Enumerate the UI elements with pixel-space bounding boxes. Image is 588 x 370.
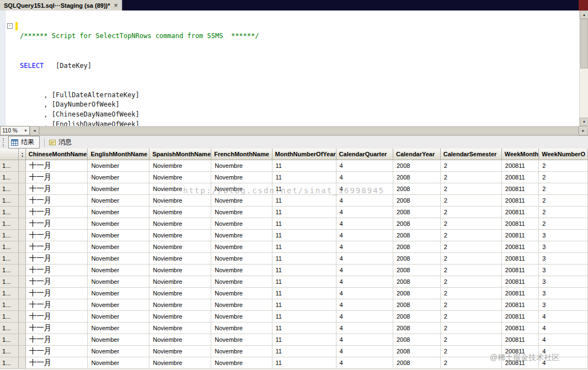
grid-cell[interactable]: 2008	[393, 206, 440, 218]
grid-cell[interactable]: 4	[336, 183, 393, 194]
grid-cell[interactable]: 2	[440, 357, 501, 368]
grid-cell[interactable]: Noviembre	[149, 310, 211, 322]
grid-cell[interactable]: Novembre	[211, 218, 272, 229]
grid-cell[interactable]: 2	[440, 194, 501, 206]
grid-cell[interactable]: November	[88, 183, 149, 194]
row-selector[interactable]	[18, 322, 25, 334]
column-header[interactable]: WeekMonth	[501, 149, 539, 160]
grid-cell[interactable]: 3	[539, 287, 588, 299]
grid-cell[interactable]: 200811	[501, 218, 539, 229]
grid-cell[interactable]: Novembre	[211, 160, 272, 171]
grid-cell[interactable]: 2	[440, 206, 501, 218]
row-header[interactable]: 1...	[0, 264, 18, 276]
row-selector[interactable]	[18, 345, 25, 357]
grid-cell[interactable]: 11	[272, 264, 336, 276]
grid-cell[interactable]: Novembre	[211, 345, 272, 357]
grid-cell[interactable]: November	[88, 264, 149, 276]
grid-cell[interactable]: 2	[539, 171, 588, 183]
zoom-selector[interactable]: 110 % ▼	[0, 126, 30, 135]
grid-cell[interactable]: 2008	[393, 241, 440, 252]
row-selector[interactable]	[18, 183, 25, 194]
grid-cell[interactable]: 4	[336, 194, 393, 206]
row-selector[interactable]	[18, 252, 25, 264]
grid-cell[interactable]: 2	[539, 206, 588, 218]
grid-cell[interactable]: 11	[272, 287, 336, 299]
grid-cell[interactable]: Novembre	[211, 183, 272, 194]
grid-cell[interactable]: 2	[440, 299, 501, 310]
grid-cell[interactable]: 11	[272, 299, 336, 310]
column-header[interactable]: SpanishMonthName	[149, 149, 211, 160]
grid-cell[interactable]: 十一月	[25, 160, 88, 171]
grid-cell[interactable]: 2008	[393, 171, 440, 183]
column-header[interactable]: EnglishMonthName	[88, 149, 149, 160]
grid-cell[interactable]: 3	[539, 264, 588, 276]
hscroll-thumb[interactable]	[39, 126, 579, 135]
grid-cell[interactable]: 4	[336, 345, 393, 357]
row-selector[interactable]	[18, 229, 25, 241]
grid-cell[interactable]: 2	[440, 229, 501, 241]
grid-cell[interactable]: 11	[272, 345, 336, 357]
row-header[interactable]: 1...	[0, 160, 18, 171]
grid-cell[interactable]: 十一月	[25, 276, 88, 287]
grid-cell[interactable]: 2008	[393, 287, 440, 299]
grid-cell[interactable]: November	[88, 160, 149, 171]
grid-corner-cell[interactable]	[0, 149, 18, 160]
grid-cell[interactable]: 十一月	[25, 171, 88, 183]
grid-cell[interactable]: 2008	[393, 357, 440, 368]
grid-cell[interactable]: 2	[440, 183, 501, 194]
grid-cell[interactable]: 2	[440, 334, 501, 345]
grid-cell[interactable]: 4	[336, 264, 393, 276]
grid-cell[interactable]: 十一月	[25, 299, 88, 310]
grid-cell[interactable]: 2008	[393, 322, 440, 334]
grid-cell[interactable]: Noviembre	[149, 357, 211, 368]
grid-cell[interactable]: 4	[336, 322, 393, 334]
row-selector[interactable]	[18, 194, 25, 206]
grid-cell[interactable]: Novembre	[211, 171, 272, 183]
grid-cell[interactable]: 4	[336, 276, 393, 287]
grid-cell[interactable]: 200811	[501, 264, 539, 276]
titlebar-corner-box[interactable]	[579, 0, 588, 10]
grid-cell[interactable]: 2	[440, 160, 501, 171]
grid-cell[interactable]: Novembre	[211, 206, 272, 218]
grid-cell[interactable]: 十一月	[25, 357, 88, 368]
row-selector[interactable]	[18, 264, 25, 276]
grid-cell[interactable]: 2	[440, 276, 501, 287]
grid-cell[interactable]: November	[88, 194, 149, 206]
row-header[interactable]: 1...	[0, 345, 18, 357]
grid-cell[interactable]: 4	[539, 310, 588, 322]
tab-results[interactable]: 结果	[8, 136, 40, 149]
grid-cell[interactable]: Noviembre	[149, 218, 211, 229]
row-selector[interactable]	[18, 276, 25, 287]
grid-cell[interactable]: 200811	[501, 160, 539, 171]
scroll-up-icon[interactable]: ▲	[580, 10, 588, 19]
grid-cell[interactable]: Noviembre	[149, 264, 211, 276]
grid-cell[interactable]: 十一月	[25, 241, 88, 252]
column-header[interactable]: CalendarSemester	[440, 149, 501, 160]
grid-cell[interactable]: 3	[539, 299, 588, 310]
grid-cell[interactable]: 2008	[393, 194, 440, 206]
row-header[interactable]: 1...	[0, 194, 18, 206]
grid-cell[interactable]: 11	[272, 334, 336, 345]
grid-cell[interactable]: November	[88, 299, 149, 310]
grid-cell[interactable]: 4	[336, 171, 393, 183]
row-header[interactable]: 1...	[0, 310, 18, 322]
grid-cell[interactable]: November	[88, 322, 149, 334]
grid-cell[interactable]: 200811	[501, 287, 539, 299]
grid-cell[interactable]: 2	[440, 171, 501, 183]
grid-cell[interactable]: 4	[336, 229, 393, 241]
grid-cell[interactable]: Noviembre	[149, 287, 211, 299]
scroll-left-icon[interactable]: ◄	[30, 126, 39, 135]
grid-cell[interactable]: 200811	[501, 194, 539, 206]
grid-cell[interactable]: 11	[272, 194, 336, 206]
grid-cell[interactable]: 十一月	[25, 229, 88, 241]
grid-cell[interactable]: Novembre	[211, 357, 272, 368]
row-selector[interactable]	[18, 287, 25, 299]
grid-cell[interactable]: 4	[539, 334, 588, 345]
grid-cell[interactable]: November	[88, 334, 149, 345]
grid-cell[interactable]: November	[88, 171, 149, 183]
grid-cell[interactable]: 11	[272, 229, 336, 241]
grid-cell[interactable]: 十一月	[25, 310, 88, 322]
row-selector[interactable]	[18, 171, 25, 183]
grid-cell[interactable]: 2	[539, 218, 588, 229]
row-selector[interactable]	[18, 357, 25, 368]
